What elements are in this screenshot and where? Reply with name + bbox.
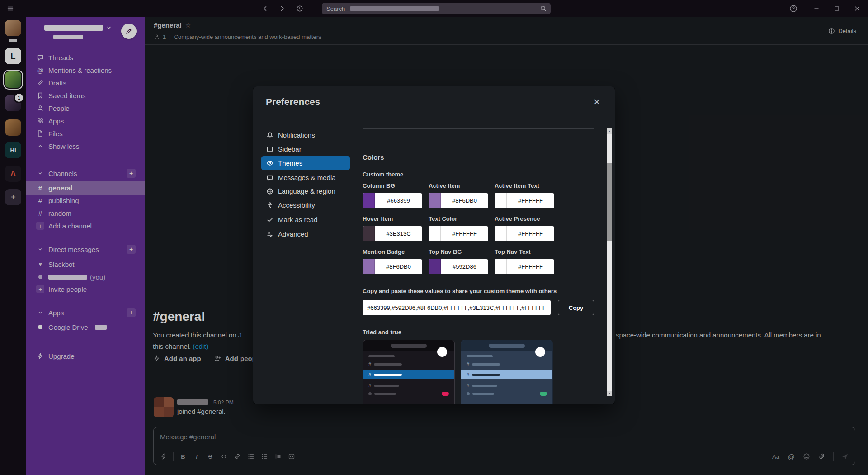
italic-icon[interactable]: I (191, 451, 202, 462)
scroll-down-icon[interactable]: ▼ (607, 391, 612, 396)
prefs-tab-notifications[interactable]: Notifications (261, 128, 350, 142)
dm-item-slackbot[interactable]: ♥ Slackbot (26, 258, 145, 271)
sidebar-item-show-less[interactable]: Show less (26, 140, 145, 152)
mention-at-icon[interactable]: @ (786, 451, 797, 462)
members-count[interactable]: 1 (163, 33, 166, 40)
sidebar-item-mentions[interactable]: @ Mentions & reactions (26, 64, 145, 76)
workspace-icon[interactable]: Λ (5, 166, 21, 182)
theme-preview-card[interactable]: # # # (363, 340, 455, 404)
redacted-author-name[interactable] (177, 399, 208, 405)
color-swatch[interactable] (495, 193, 507, 208)
send-icon[interactable] (840, 451, 850, 462)
blockquote-icon[interactable] (273, 451, 283, 462)
attachment-clip-icon[interactable] (816, 451, 827, 462)
sidebar-item-apps[interactable]: Apps (26, 114, 145, 127)
workspace-icon[interactable]: L (5, 48, 21, 64)
history-back-icon[interactable] (259, 0, 272, 17)
workspace-icon[interactable]: HI (5, 142, 21, 158)
star-icon[interactable]: ☆ (185, 22, 191, 29)
sidebar-item-drafts[interactable]: Drafts (26, 76, 145, 89)
app-item-google-drive[interactable]: Google Drive - (26, 321, 145, 333)
invite-people-button[interactable]: + Invite people (26, 283, 145, 295)
color-swatch[interactable] (363, 259, 375, 274)
prefs-tab-messages-media[interactable]: Messages & media (261, 171, 350, 185)
chevron-down-icon[interactable] (106, 24, 112, 31)
sidebar-item-people[interactable]: People (26, 102, 145, 114)
apps-section-header[interactable]: Apps + (26, 306, 145, 319)
formatting-aa-icon[interactable]: Aa (770, 451, 781, 462)
prefs-tab-themes[interactable]: Themes (261, 156, 350, 170)
color-swatch[interactable] (363, 193, 375, 208)
channel-item-general[interactable]: # general (26, 181, 145, 195)
color-input[interactable]: #FFFFFF (495, 193, 554, 208)
add-app-plus-icon[interactable]: + (127, 308, 136, 317)
color-input[interactable]: #8F6DB0 (429, 193, 488, 208)
color-swatch[interactable] (429, 259, 441, 274)
color-input[interactable]: #FFFFFF (495, 226, 554, 241)
window-close-icon[interactable] (850, 0, 864, 17)
sidebar-item-threads[interactable]: Threads (26, 51, 145, 64)
sidebar-item-files[interactable]: Files (26, 127, 145, 140)
color-swatch[interactable] (495, 226, 507, 241)
channel-item-random[interactable]: # random (26, 207, 145, 219)
copy-button[interactable]: Copy (558, 300, 594, 315)
history-forward-icon[interactable] (275, 0, 289, 17)
color-swatch[interactable] (429, 193, 441, 208)
search-input[interactable]: Search (322, 3, 551, 14)
add-channel-button[interactable]: + Add a channel (26, 219, 145, 232)
hamburger-menu-icon[interactable] (4, 0, 17, 17)
color-swatch[interactable] (429, 226, 441, 241)
theme-values-input[interactable] (363, 300, 551, 315)
scrollbar-thumb[interactable] (607, 163, 612, 241)
workspace-icon-active[interactable] (5, 71, 21, 88)
ordered-list-icon[interactable] (245, 451, 256, 462)
color-input[interactable]: #8F6DB0 (363, 259, 422, 274)
prefs-tab-language-region[interactable]: Language & region (261, 184, 350, 198)
dm-item-you[interactable]: (you) (26, 271, 145, 283)
prefs-tab-mark-as-read[interactable]: Mark as read (261, 213, 350, 227)
dms-section-header[interactable]: Direct messages + (26, 243, 145, 256)
color-swatch[interactable] (495, 259, 507, 274)
add-an-app-button[interactable]: Add an app (153, 355, 201, 362)
workspace-icon[interactable] (5, 119, 21, 136)
add-channel-plus-icon[interactable]: + (127, 169, 136, 178)
code-icon[interactable] (218, 451, 229, 462)
workspace-icon[interactable]: 1 (5, 95, 21, 111)
bold-icon[interactable]: B (178, 451, 189, 462)
strikethrough-icon[interactable]: S (205, 451, 216, 462)
prefs-tab-advanced[interactable]: Advanced (261, 227, 350, 241)
add-dm-plus-icon[interactable]: + (127, 245, 136, 254)
scroll-up-icon[interactable]: ▲ (607, 128, 612, 134)
help-icon[interactable] (787, 0, 800, 17)
message-composer[interactable]: Message #general B I S Aa @ (153, 427, 855, 465)
details-button[interactable]: Details (828, 17, 856, 44)
add-workspace-button[interactable]: + (5, 189, 21, 205)
color-input[interactable]: #592D86 (429, 259, 488, 274)
color-swatch[interactable] (363, 226, 375, 241)
upgrade-button[interactable]: Upgrade (26, 350, 145, 362)
channel-item-publishing[interactable]: # publishing (26, 194, 145, 207)
color-input[interactable]: #FFFFFF (495, 259, 554, 274)
modal-scrollbar[interactable]: ▲ ▼ (607, 128, 612, 396)
history-clock-icon[interactable] (293, 0, 307, 17)
workspace-icon[interactable] (5, 20, 21, 36)
color-input[interactable]: #FFFFFF (429, 226, 488, 241)
prefs-tab-sidebar[interactable]: Sidebar (261, 142, 350, 156)
code-block-icon[interactable] (286, 451, 297, 462)
shortcuts-bolt-icon[interactable] (158, 451, 169, 462)
prefs-tab-accessibility[interactable]: Accessibility (261, 198, 350, 212)
bullet-list-icon[interactable] (259, 451, 270, 462)
redacted-workspace-title[interactable] (44, 25, 103, 31)
channel-topic[interactable]: Company-wide announcements and work-base… (174, 33, 321, 40)
edit-link[interactable]: (edit) (193, 342, 208, 350)
color-input[interactable]: #663399 (363, 193, 422, 208)
window-minimize-icon[interactable] (810, 0, 823, 17)
link-icon[interactable] (232, 451, 243, 462)
compose-button[interactable] (121, 24, 137, 39)
emoji-icon[interactable] (801, 451, 812, 462)
message-avatar[interactable] (154, 397, 174, 417)
window-maximize-icon[interactable] (830, 0, 844, 17)
sidebar-item-saved[interactable]: Saved items (26, 89, 145, 102)
channels-section-header[interactable]: Channels + (26, 167, 145, 180)
theme-preview-card[interactable]: # # # (461, 340, 553, 404)
